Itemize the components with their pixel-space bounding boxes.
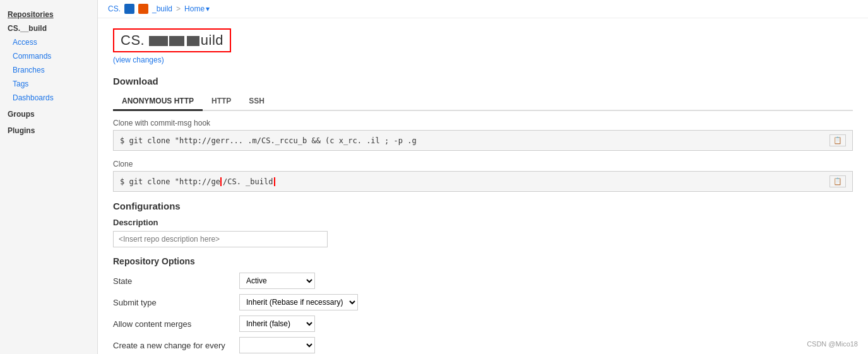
sidebar-item-commands[interactable]: Commands	[0, 49, 97, 63]
state-label: State	[113, 276, 239, 286]
allow-content-merges-row: Allow content merges Inherit (false) Tru…	[113, 316, 853, 332]
description-input[interactable]	[113, 231, 328, 247]
content-area: CS. uild (view changes) Download ANONYMO…	[98, 18, 868, 354]
repo-title: CS. uild	[121, 32, 223, 48]
breadcrumb-separator: >	[176, 4, 181, 13]
submit-type-label: Submit type	[113, 298, 239, 307]
sidebar-repo-name[interactable]: CS.__build	[0, 21, 97, 35]
clone-plain-label: Clone	[113, 160, 853, 168]
state-row: State Active Read Only Hidden	[113, 273, 853, 289]
sidebar-item-dashboards[interactable]: Dashboards	[0, 91, 97, 105]
view-changes-link[interactable]: (view changes)	[113, 56, 164, 64]
sidebar-plugins-label[interactable]: Plugins	[0, 121, 97, 138]
repo-title-box: CS. uild	[113, 28, 231, 52]
submit-type-select[interactable]: Inherit (Rebase if necessary) Fast Forwa…	[239, 294, 358, 310]
clone-hook-cmd: $ git clone "http://gerr... .m/CS._rccu_…	[120, 136, 824, 145]
breadcrumb-cs[interactable]: CS.	[108, 4, 121, 13]
create-new-change-label: Create a new change for every	[113, 341, 239, 350]
configurations-header: Configurations	[113, 201, 853, 211]
copy-plain-button[interactable]: 📋	[829, 175, 846, 187]
tab-ssh[interactable]: SSH	[240, 93, 273, 111]
breadcrumb-home-dropdown[interactable]: Home ▾	[184, 4, 210, 13]
sidebar-item-branches[interactable]: Branches	[0, 63, 97, 77]
allow-content-merges-select[interactable]: Inherit (false) True False	[239, 316, 315, 332]
tab-anonymous-http[interactable]: ANONYMOUS HTTP	[113, 93, 203, 111]
copy-hook-button[interactable]: 📋	[829, 134, 846, 146]
breadcrumb-icon-orange	[138, 4, 148, 14]
create-new-change-select[interactable]	[239, 337, 315, 353]
sidebar-repositories-link[interactable]: Repositories	[0, 6, 97, 21]
sidebar-item-access[interactable]: Access	[0, 35, 97, 49]
submit-type-row: Submit type Inherit (Rebase if necessary…	[113, 294, 853, 310]
clone-hook-box: $ git clone "http://gerr... .m/CS._rccu_…	[113, 130, 853, 151]
allow-content-merges-label: Allow content merges	[113, 319, 239, 329]
create-new-change-row: Create a new change for every	[113, 337, 853, 353]
download-header: Download	[113, 76, 853, 86]
description-label: Description	[113, 218, 853, 227]
breadcrumb: CS. _build > Home ▾	[98, 0, 868, 18]
clone-tabs: ANONYMOUS HTTP HTTP SSH	[113, 93, 853, 111]
sidebar: Repositories CS.__build Access Commands …	[0, 0, 98, 354]
tab-http[interactable]: HTTP	[203, 93, 240, 111]
repo-options-header: Repository Options	[113, 256, 853, 266]
clone-plain-cmd: $ git clone "http://ge/CS. _build	[120, 177, 824, 186]
state-select[interactable]: Active Read Only Hidden	[239, 273, 315, 289]
breadcrumb-icon-blue	[124, 4, 134, 14]
sidebar-item-tags[interactable]: Tags	[0, 77, 97, 91]
clone-plain-box: $ git clone "http://ge/CS. _build 📋	[113, 171, 853, 192]
sidebar-groups-label[interactable]: Groups	[0, 105, 97, 121]
clone-highlight: /CS. _build	[220, 177, 275, 186]
footer-watermark: CSDN @Mico18	[807, 340, 858, 348]
main-content: CS. _build > Home ▾ CS. uild (view chang…	[98, 0, 868, 354]
clone-hook-label: Clone with commit-msg hook	[113, 119, 853, 127]
breadcrumb-build[interactable]: _build	[152, 4, 172, 13]
